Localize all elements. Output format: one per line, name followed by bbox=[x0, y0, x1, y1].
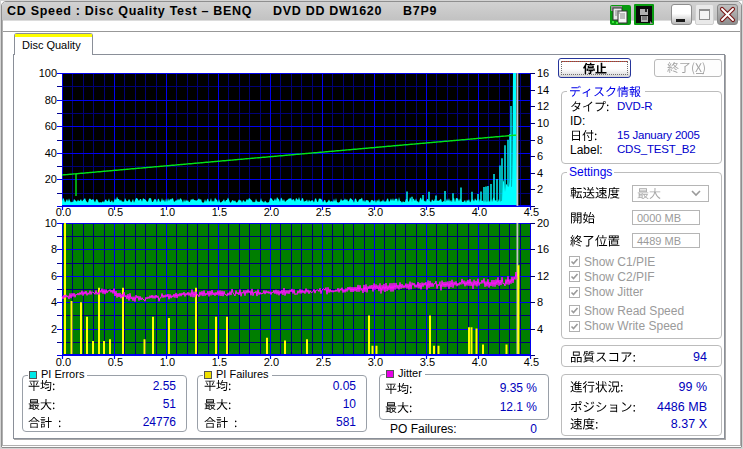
svg-text:20: 20 bbox=[45, 173, 57, 185]
svg-text:6: 6 bbox=[537, 150, 543, 162]
svg-text:1.5: 1.5 bbox=[212, 356, 227, 368]
svg-text:4.0: 4.0 bbox=[472, 356, 487, 368]
svg-text:2.5: 2.5 bbox=[316, 356, 331, 368]
svg-text:4: 4 bbox=[537, 167, 543, 179]
svg-text:14: 14 bbox=[537, 84, 549, 96]
svg-text:4.5: 4.5 bbox=[524, 356, 539, 368]
svg-text:10: 10 bbox=[537, 117, 549, 129]
svg-text:4: 4 bbox=[51, 296, 57, 308]
svg-text:16: 16 bbox=[537, 243, 549, 255]
svg-text:8: 8 bbox=[51, 243, 57, 255]
svg-text:20: 20 bbox=[537, 217, 549, 229]
svg-text:2: 2 bbox=[537, 183, 543, 195]
svg-text:3.5: 3.5 bbox=[420, 356, 435, 368]
svg-text:8: 8 bbox=[537, 296, 543, 308]
svg-text:10: 10 bbox=[45, 217, 57, 229]
svg-text:1.0: 1.0 bbox=[160, 356, 175, 368]
svg-text:4: 4 bbox=[537, 323, 543, 335]
svg-text:2.0: 2.0 bbox=[264, 356, 279, 368]
svg-text:12: 12 bbox=[537, 270, 549, 282]
svg-text:3.0: 3.0 bbox=[368, 356, 383, 368]
svg-text:60: 60 bbox=[45, 120, 57, 132]
svg-text:2: 2 bbox=[51, 323, 57, 335]
svg-text:80: 80 bbox=[45, 94, 57, 106]
svg-text:12: 12 bbox=[537, 100, 549, 112]
svg-text:6: 6 bbox=[51, 270, 57, 282]
svg-text:40: 40 bbox=[45, 147, 57, 159]
svg-text:0.5: 0.5 bbox=[108, 356, 123, 368]
svg-text:0.0: 0.0 bbox=[56, 356, 71, 368]
svg-text:100: 100 bbox=[39, 67, 57, 79]
svg-text:8: 8 bbox=[537, 134, 543, 146]
svg-text:16: 16 bbox=[537, 67, 549, 79]
